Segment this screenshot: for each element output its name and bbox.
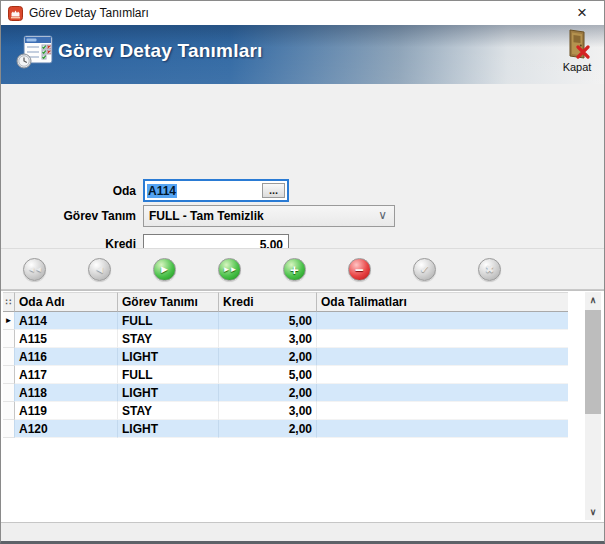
cancel-button[interactable]: ✖	[478, 258, 501, 281]
oda-input[interactable]: A114 ...	[143, 179, 289, 202]
table-row[interactable]: ►A114FULL5,00	[3, 312, 568, 330]
cell-gorev[interactable]: STAY	[118, 402, 219, 420]
table-row[interactable]: A119STAY3,00	[3, 402, 568, 420]
kapat-label: Kapat	[563, 61, 592, 73]
cell-kredi[interactable]: 3,00	[219, 330, 317, 348]
table-row[interactable]: A120LIGHT2,00	[3, 420, 568, 438]
scroll-down-icon[interactable]: ∨	[585, 504, 601, 520]
cell-oda[interactable]: A117	[15, 366, 118, 384]
close-icon[interactable]: ×	[568, 1, 596, 25]
chevron-down-icon: ∨	[378, 208, 387, 222]
grid-header-row: ∷ Oda Adı Görev Tanımı Kredi Oda Talimat…	[3, 292, 568, 312]
title-bar: Görev Detay Tanımları ×	[1, 1, 604, 25]
gorev-tanim-value: FULL - Tam Temizlik	[149, 209, 264, 223]
cell-kredi[interactable]: 3,00	[219, 402, 317, 420]
column-header-oda-talimatlari[interactable]: Oda Talimatları	[317, 292, 568, 312]
row-indicator	[3, 420, 15, 438]
gorev-tanim-select[interactable]: FULL - Tam Temizlik ∨	[143, 205, 395, 227]
column-header-gorev-tanimi[interactable]: Görev Tanımı	[118, 292, 219, 312]
table-row[interactable]: A115STAY3,00	[3, 330, 568, 348]
cell-kredi[interactable]: 2,00	[219, 420, 317, 438]
table-row[interactable]: A117FULL5,00	[3, 366, 568, 384]
grid-corner: ∷	[3, 292, 15, 312]
kapat-button[interactable]: Kapat	[554, 28, 600, 80]
cell-talimat[interactable]	[317, 384, 568, 402]
row-indicator	[3, 330, 15, 348]
data-grid: ∷ Oda Adı Görev Tanımı Kredi Oda Talimat…	[3, 292, 568, 438]
window-title: Görev Detay Tanımları	[29, 6, 149, 20]
table-row[interactable]: A116LIGHT2,00	[3, 348, 568, 366]
cell-oda[interactable]: A119	[15, 402, 118, 420]
gorev-detay-window: Görev Detay Tanımları × Görev Detay Tan	[0, 0, 605, 544]
post-button[interactable]: ✔	[413, 258, 436, 281]
cell-kredi[interactable]: 5,00	[219, 366, 317, 384]
grid-region: ∷ Oda Adı Görev Tanımı Kredi Oda Talimat…	[1, 290, 604, 522]
last-button[interactable]: ►►	[218, 258, 241, 281]
next-button[interactable]: ►	[153, 258, 176, 281]
cell-gorev[interactable]: FULL	[118, 312, 219, 330]
cell-oda[interactable]: A114	[15, 312, 118, 330]
oda-label: Oda	[1, 184, 136, 198]
cell-gorev[interactable]: LIGHT	[118, 348, 219, 366]
row-indicator	[3, 402, 15, 420]
cell-gorev[interactable]: LIGHT	[118, 420, 219, 438]
cell-talimat[interactable]	[317, 312, 568, 330]
delete-button[interactable]: −	[348, 258, 371, 281]
column-header-oda-adi[interactable]: Oda Adı	[15, 292, 118, 312]
cell-gorev[interactable]: FULL	[118, 366, 219, 384]
grid-scrollbar[interactable]: ∧ ∨	[585, 292, 601, 520]
navigator-toolbar: ◄◄◄►►►+−✔✖	[1, 248, 604, 290]
cell-talimat[interactable]	[317, 348, 568, 366]
door-exit-icon	[564, 28, 590, 60]
cell-kredi[interactable]: 2,00	[219, 348, 317, 366]
grid-body: ►A114FULL5,00A115STAY3,00A116LIGHT2,00A1…	[3, 312, 568, 438]
form-panel: Oda A114 ... Görev Tanım FULL - Tam Temi…	[1, 84, 604, 248]
cell-oda[interactable]: A115	[15, 330, 118, 348]
cell-talimat[interactable]	[317, 366, 568, 384]
cell-talimat[interactable]	[317, 420, 568, 438]
app-icon	[8, 6, 23, 21]
row-pointer-icon: ►	[3, 312, 15, 330]
page-title: Görev Detay Tanımları	[58, 40, 262, 62]
oda-value: A114	[147, 184, 177, 198]
gorev-tanim-label: Görev Tanım	[1, 209, 136, 223]
row-indicator	[3, 366, 15, 384]
row-indicator	[3, 348, 15, 366]
cell-oda[interactable]: A120	[15, 420, 118, 438]
cell-oda[interactable]: A118	[15, 384, 118, 402]
browse-button[interactable]: ...	[262, 183, 285, 198]
first-button[interactable]: ◄◄	[23, 258, 46, 281]
header-band: Görev Detay Tanımları Kapat	[1, 25, 604, 84]
row-indicator	[3, 384, 15, 402]
prev-button[interactable]: ◄	[88, 258, 111, 281]
cell-kredi[interactable]: 2,00	[219, 384, 317, 402]
add-button[interactable]: +	[283, 258, 306, 281]
cell-oda[interactable]: A116	[15, 348, 118, 366]
cell-kredi[interactable]: 5,00	[219, 312, 317, 330]
cell-gorev[interactable]: STAY	[118, 330, 219, 348]
column-header-kredi[interactable]: Kredi	[219, 292, 317, 312]
status-bar	[1, 522, 604, 542]
scrollbar-thumb[interactable]	[585, 310, 601, 414]
table-row[interactable]: A118LIGHT2,00	[3, 384, 568, 402]
cell-talimat[interactable]	[317, 330, 568, 348]
cell-gorev[interactable]: LIGHT	[118, 384, 219, 402]
cell-talimat[interactable]	[317, 402, 568, 420]
scroll-up-icon[interactable]: ∧	[585, 292, 601, 308]
task-list-icon	[16, 33, 54, 73]
